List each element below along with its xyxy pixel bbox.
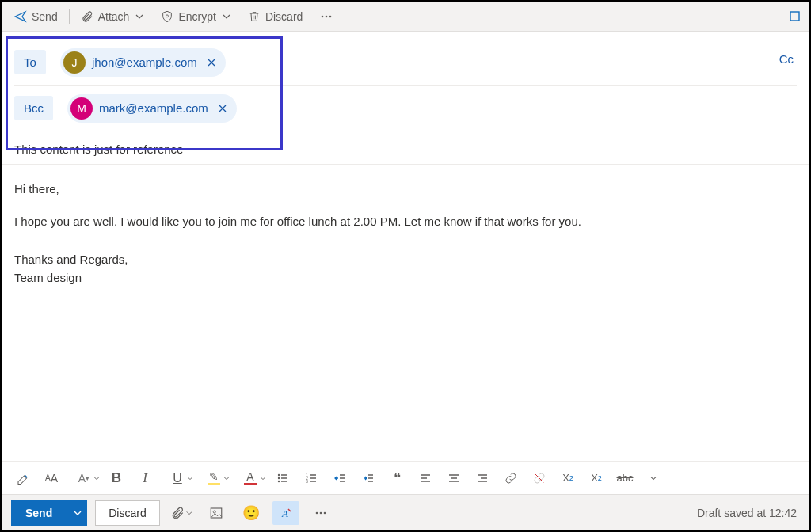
svg-point-6 <box>278 477 280 478</box>
more-bottom-icon[interactable] <box>307 501 334 525</box>
remove-recipient-icon[interactable] <box>204 58 219 67</box>
shield-icon <box>161 10 173 23</box>
discard-button-top[interactable]: Discard <box>240 5 310 28</box>
send-button-bottom[interactable]: Send <box>11 500 87 526</box>
send-main[interactable]: Send <box>11 500 67 526</box>
chevron-down-icon <box>187 475 193 481</box>
subject-text: This content is just for reference <box>14 142 183 156</box>
to-label[interactable]: To <box>14 50 46 74</box>
insert-picture-icon[interactable] <box>203 501 230 525</box>
message-body[interactable]: Hi there, I hope you are well. I would l… <box>2 165 809 461</box>
link-icon[interactable] <box>497 466 524 490</box>
trash-icon <box>248 10 261 23</box>
emoji-icon[interactable]: 🙂 <box>238 501 265 525</box>
bottom-bar: Send Discard 🙂 A Draft saved at 12:42 <box>2 494 809 530</box>
toolbar-top: Send Attach Encrypt Discard <box>2 2 809 32</box>
quote-button[interactable]: ❝ <box>383 466 410 490</box>
encrypt-button[interactable]: Encrypt <box>153 5 238 28</box>
encrypt-label: Encrypt <box>178 10 215 23</box>
discard-label: Discard <box>265 10 303 23</box>
chevron-down-icon <box>74 509 82 517</box>
indent-icon[interactable] <box>355 466 382 490</box>
svg-point-3 <box>329 15 332 17</box>
svg-point-0 <box>166 14 169 17</box>
divider <box>69 10 70 24</box>
superscript-button[interactable]: X2 <box>554 466 581 490</box>
body-sig1: Thanks and Regards, <box>14 251 797 269</box>
to-recipient-pill[interactable]: J jhon@example.com <box>60 48 226 77</box>
bcc-row[interactable]: Bcc M mark@example.com <box>14 86 797 131</box>
paperclip-icon <box>81 10 93 23</box>
body-sig2: Team design <box>14 271 82 284</box>
numbering-icon[interactable]: 123 <box>298 466 325 490</box>
body-paragraph: I hope you are well. I would like you to… <box>14 213 797 231</box>
svg-rect-4 <box>790 12 799 21</box>
svg-point-5 <box>278 473 280 475</box>
chevron-down-icon <box>186 510 192 516</box>
fmt-paint-icon[interactable] <box>10 466 36 490</box>
attach-button[interactable]: Attach <box>73 5 152 28</box>
avatar: J <box>63 51 86 74</box>
more-button-top[interactable] <box>312 5 341 28</box>
italic-button[interactable]: I <box>131 466 158 490</box>
svg-point-1 <box>322 15 324 17</box>
recipient-email: mark@example.com <box>99 101 208 115</box>
draft-status: Draft saved at 12:42 <box>697 507 800 519</box>
subscript-button[interactable]: X2 <box>583 466 610 490</box>
bcc-label[interactable]: Bcc <box>14 96 53 120</box>
recipients: To J jhon@example.com Cc Bcc M mark@exam… <box>2 32 809 131</box>
bold-button[interactable]: B <box>103 466 130 490</box>
highlight-color-button[interactable]: ✎ <box>196 466 231 490</box>
popout-icon <box>789 10 801 23</box>
to-row[interactable]: To J jhon@example.com Cc <box>14 40 797 86</box>
svg-point-7 <box>278 480 280 481</box>
remove-recipient-icon[interactable] <box>215 104 230 113</box>
send-label: Send <box>32 10 58 23</box>
show-formatting-icon[interactable]: A <box>272 501 299 525</box>
format-toolbar: AA A▾ B I U ✎ A 123 ❝ X2 X2 abc <box>2 461 809 494</box>
more-icon <box>320 10 333 23</box>
attach-label: Attach <box>98 10 130 23</box>
chevron-down-icon <box>93 475 100 481</box>
subject-field[interactable]: This content is just for reference <box>2 131 809 165</box>
cc-button[interactable]: Cc <box>779 52 794 66</box>
align-center-icon[interactable] <box>440 466 467 490</box>
avatar: M <box>70 97 93 120</box>
discard-button-bottom[interactable]: Discard <box>95 500 159 526</box>
chevron-down-icon <box>223 475 230 481</box>
compose-window: Send Attach Encrypt Discard To J <box>0 0 811 532</box>
align-left-icon[interactable] <box>412 466 439 490</box>
font-color-button[interactable]: A <box>233 466 268 490</box>
svg-point-12 <box>213 511 215 513</box>
popout-button[interactable] <box>781 5 805 28</box>
svg-point-16 <box>323 511 326 514</box>
unlink-icon[interactable] <box>526 466 553 490</box>
text-cursor <box>82 271 82 284</box>
font-size-button[interactable]: A▾ <box>67 466 101 490</box>
strikethrough-button[interactable]: abc <box>611 466 638 490</box>
bullets-icon[interactable] <box>269 466 296 490</box>
chevron-down-icon <box>223 13 230 21</box>
send-icon <box>14 10 27 23</box>
font-family-button[interactable]: AA <box>38 466 65 490</box>
attach-bottom-icon[interactable] <box>168 501 195 525</box>
svg-text:A: A <box>281 507 288 519</box>
send-split[interactable] <box>67 500 87 526</box>
recipient-email: jhon@example.com <box>92 55 197 69</box>
svg-point-15 <box>319 511 322 514</box>
svg-point-2 <box>326 15 328 17</box>
chevron-down-icon <box>260 475 266 481</box>
fmt-more-icon[interactable] <box>640 466 667 490</box>
svg-point-14 <box>315 511 318 514</box>
body-greeting: Hi there, <box>14 180 797 199</box>
align-right-icon[interactable] <box>469 466 496 490</box>
chevron-down-icon <box>135 13 143 21</box>
send-button-top[interactable]: Send <box>6 5 66 28</box>
outdent-icon[interactable] <box>326 466 353 490</box>
underline-button[interactable]: U <box>160 466 195 490</box>
bcc-recipient-pill[interactable]: M mark@example.com <box>67 94 237 123</box>
svg-text:3: 3 <box>306 479 308 484</box>
